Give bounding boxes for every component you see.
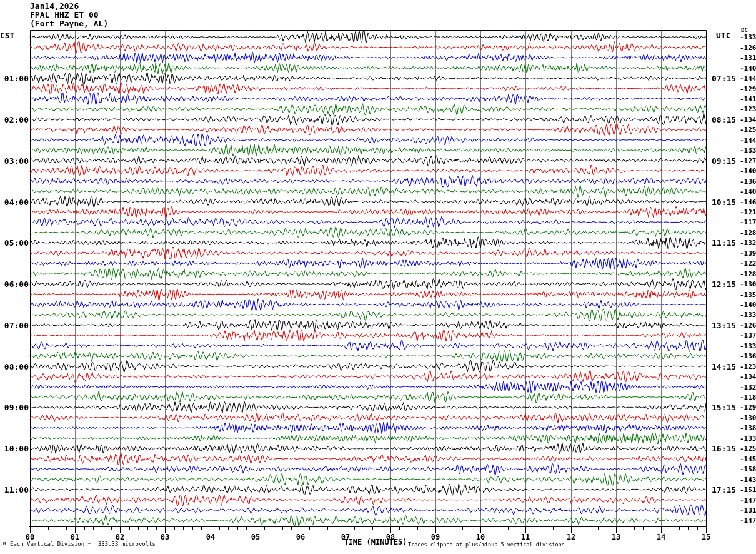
cst-time-label: 08:00 (0, 362, 29, 371)
utc-time-label: 08:15 (712, 115, 739, 124)
utc-time-label: 13:15 (712, 321, 739, 330)
cst-time-label: 03:00 (0, 156, 29, 166)
dc-offset-value: -138 (740, 424, 756, 432)
minute-tick-label: 11 (517, 533, 534, 541)
minute-tick-label: 02 (111, 533, 129, 541)
dc-offset-value: -133 (740, 435, 756, 443)
scale-note: Each Vertical Division = 333.33 microvol… (10, 541, 156, 548)
time-axis-title: TIME (MINUTES) (341, 538, 410, 546)
minute-tick-label: 13 (607, 533, 625, 541)
header-date: Jan14,2026 (30, 2, 79, 11)
dc-offset-value: -145 (740, 455, 756, 463)
dc-offset-value: -126 (740, 321, 756, 330)
dc-offset-value: -139 (740, 249, 756, 258)
dc-offset-value: -123 (740, 363, 756, 371)
dc-offset-value: -125 (740, 445, 756, 453)
utc-time-label: 17:15 (712, 485, 739, 495)
minute-tick-label: 15 (697, 533, 715, 541)
dc-offset-value: -144 (740, 74, 756, 83)
header-station-location: (Fort Payne, AL) (30, 19, 108, 28)
dc-offset-value: -121 (740, 208, 756, 216)
dc-offset-value: -147 (740, 516, 756, 525)
utc-time-label: 07:15 (712, 74, 739, 83)
dc-offset-value: -140 (740, 167, 756, 175)
utc-time-label: 15:15 (712, 403, 739, 412)
dc-offset-value: -127 (740, 157, 756, 165)
cst-time-label: 09:00 (0, 403, 29, 412)
dc-offset-value: -128 (740, 270, 756, 278)
cst-axis-label: CST (0, 31, 14, 40)
dc-offset-value: -117 (740, 218, 756, 226)
dc-offset-value: -122 (740, 259, 756, 268)
dc-offset-value: -129 (740, 85, 756, 93)
dc-offset-value: -134 (740, 116, 756, 124)
dc-offset-value: -129 (740, 403, 756, 411)
dc-offset-value: -133 (740, 33, 756, 41)
minute-tick-label: 00 (21, 533, 39, 541)
cst-time-label: 05:00 (0, 238, 29, 248)
dc-offset-value: -144 (740, 136, 756, 144)
utc-axis-label: UTC (716, 31, 730, 40)
dc-offset-value: -136 (740, 178, 756, 186)
dc-offset-value: -132 (740, 239, 756, 247)
helicorder-plot: Jan14,2026 FPAL HHZ ET 00 (Fort Payne, A… (0, 0, 756, 554)
dc-offset-value: -125 (740, 126, 756, 134)
minute-tick-label: 01 (66, 533, 84, 541)
dc-offset-value: -128 (740, 229, 756, 237)
header-station-code: FPAL HHZ ET 00 (30, 11, 99, 19)
minute-tick-label: 14 (652, 533, 670, 541)
seismogram-canvas (0, 0, 756, 554)
dc-offset-value: -131 (740, 506, 756, 515)
dc-offset-value: -133 (740, 311, 756, 319)
dc-offset-value: -130 (740, 414, 756, 422)
dc-offset-value: -158 (740, 465, 756, 473)
utc-time-label: 11:15 (712, 238, 739, 248)
minute-tick-label: 09 (427, 533, 444, 541)
corner-mark: M (3, 542, 6, 547)
dc-offset-value: -140 (740, 64, 756, 73)
dc-offset-value: -151 (740, 486, 756, 494)
utc-time-label: 12:15 (712, 280, 739, 289)
cst-time-label: 10:00 (0, 444, 29, 453)
dc-offset-value: -147 (740, 496, 756, 505)
dc-offset-value: -141 (740, 95, 756, 103)
dc-offset-value: -140 (740, 301, 756, 309)
minute-tick-label: 10 (472, 533, 489, 541)
utc-time-label: 16:15 (712, 444, 739, 453)
minute-tick-label: 03 (156, 533, 174, 541)
minute-tick-label: 05 (247, 533, 264, 541)
dc-offset-value: -132 (740, 383, 756, 391)
dc-offset-value: -136 (740, 352, 756, 360)
dc-offset-value: -126 (740, 44, 756, 52)
dc-offset-value: -134 (740, 373, 756, 381)
dc-offset-value: -130 (740, 280, 756, 288)
cst-time-label: 04:00 (0, 198, 29, 207)
dc-offset-value: -143 (740, 476, 756, 484)
cst-time-label: 11:00 (0, 485, 29, 495)
dc-offset-value: -133 (740, 146, 756, 154)
dc-offset-value: -131 (740, 54, 756, 62)
utc-time-label: 10:15 (712, 198, 739, 207)
cst-time-label: 07:00 (0, 321, 29, 330)
dc-offset-value: -137 (740, 331, 756, 340)
dc-offset-value: -123 (740, 105, 756, 113)
minute-tick-label: 06 (292, 533, 309, 541)
minute-tick-label: 12 (562, 533, 580, 541)
dc-offset-value: -146 (740, 198, 756, 206)
dc-offset-value: -118 (740, 393, 756, 401)
utc-time-label: 14:15 (712, 362, 739, 371)
minute-tick-label: 04 (202, 533, 219, 541)
cst-time-label: 01:00 (0, 74, 29, 83)
dc-offset-value: -140 (740, 188, 756, 196)
dc-offset-value: -133 (740, 342, 756, 350)
cst-time-label: 02:00 (0, 115, 29, 124)
clip-note: Traces clipped at plus/minus 5 vertical … (408, 542, 565, 548)
utc-time-label: 09:15 (712, 156, 739, 166)
cst-time-label: 06:00 (0, 280, 29, 289)
dc-offset-value: -135 (740, 291, 756, 299)
